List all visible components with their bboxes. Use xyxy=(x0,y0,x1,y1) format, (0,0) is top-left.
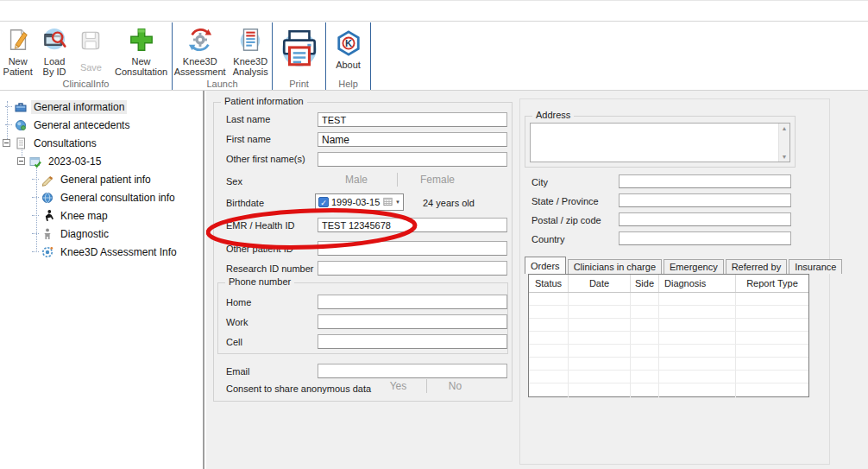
tree-item-label: 2023-03-15 xyxy=(46,155,104,168)
tree-item-general-information[interactable]: General information xyxy=(0,98,203,116)
address-textarea[interactable]: ▲ ▼ xyxy=(530,123,790,162)
table-row[interactable] xyxy=(529,306,808,319)
other-first-names-label: Other first name(s) xyxy=(226,154,305,164)
birthdate-picker[interactable]: ✓ 1999-03-15 ▼ xyxy=(315,193,404,211)
toolbar-group-clinicalinfo: New Patient Load By ID Save New xyxy=(0,22,173,90)
orders-table-header: Status Date Side Diagnosis Report Type xyxy=(529,275,808,293)
toolbar-group-label-clinicalinfo: ClinicalInfo xyxy=(0,79,172,89)
load-by-id-icon xyxy=(41,27,67,56)
tree-item-general-antecedents[interactable]: General antecedents xyxy=(0,116,203,134)
address-scrollbar[interactable]: ▲ ▼ xyxy=(778,124,789,162)
svg-text:K: K xyxy=(344,38,352,48)
tree-item-label: Diagnostic xyxy=(58,227,111,241)
new-consultation-button[interactable]: New Consultation xyxy=(110,25,172,79)
other-patient-id-input[interactable] xyxy=(318,241,507,256)
consent-yes-button[interactable]: Yes xyxy=(370,380,426,392)
address-group: Address ▲ ▼ xyxy=(525,116,796,168)
scroll-down-icon[interactable]: ▼ xyxy=(782,154,788,160)
consent-no-button[interactable]: No xyxy=(427,380,483,392)
email-input[interactable] xyxy=(318,364,507,378)
birthdate-label: Birthdate xyxy=(226,198,264,208)
knee3d-analysis-button[interactable]: Knee3D Analysis xyxy=(229,25,272,79)
table-row[interactable] xyxy=(529,358,808,371)
postal-zip-input[interactable] xyxy=(619,212,791,226)
first-name-input[interactable] xyxy=(318,132,507,147)
scroll-up-icon[interactable]: ▲ xyxy=(782,125,788,131)
new-consultation-icon xyxy=(129,27,154,56)
last-name-input[interactable] xyxy=(318,112,507,127)
phone-home-input[interactable] xyxy=(318,295,507,309)
phone-work-label: Work xyxy=(226,317,248,327)
column-header-report-type[interactable]: Report Type xyxy=(736,275,808,292)
tab-emergency[interactable]: Emergency xyxy=(664,259,724,274)
tree-item-consultations[interactable]: Consultations xyxy=(0,134,203,152)
country-input[interactable] xyxy=(619,231,791,245)
tree-item-consultation-2023-03-15[interactable]: 2023-03-15 xyxy=(0,152,203,170)
table-row[interactable] xyxy=(529,332,808,345)
knee3d-assessment-button[interactable]: Knee3D Assessment xyxy=(173,25,227,79)
main-content: Patient information Last name First name… xyxy=(206,91,868,469)
tree-item-label: General consultation info xyxy=(58,191,178,205)
tab-referred-by[interactable]: Referred by xyxy=(726,259,787,274)
collapse-toggle-icon[interactable] xyxy=(3,139,10,147)
globe-icon xyxy=(41,191,54,205)
sex-male-button[interactable]: Male xyxy=(318,174,395,186)
tree-item-knee-map[interactable]: Knee map xyxy=(0,206,203,225)
kneeling-person-icon xyxy=(41,209,54,223)
city-input[interactable] xyxy=(619,174,791,188)
phone-work-input[interactable] xyxy=(318,314,507,329)
load-by-id-button[interactable]: Load By ID xyxy=(37,25,71,79)
tree-item-label: Consultations xyxy=(31,136,99,150)
toolbar-group-help: K About Help xyxy=(326,22,371,90)
print-button[interactable] xyxy=(274,25,324,75)
table-row[interactable] xyxy=(529,345,808,358)
save-button[interactable]: Save xyxy=(73,25,109,74)
other-patient-id-label: Other patient ID xyxy=(226,244,293,254)
table-row[interactable] xyxy=(529,383,808,397)
new-patient-label-1: New xyxy=(9,56,28,67)
table-row[interactable] xyxy=(529,371,808,383)
tree-item-knee3d-assessment-info[interactable]: Knee3D Assessment Info xyxy=(0,243,203,261)
orders-table: Status Date Side Diagnosis Report Type xyxy=(528,274,809,397)
new-consultation-label-1: New xyxy=(132,56,151,67)
tree-item-label: Knee map xyxy=(58,209,110,223)
new-patient-button[interactable]: New Patient xyxy=(0,25,35,79)
about-button[interactable]: K About xyxy=(328,25,369,72)
knee3d-analysis-icon xyxy=(237,27,263,56)
briefcase-icon xyxy=(14,100,28,114)
person-icon xyxy=(41,227,54,241)
tab-insurance[interactable]: Insurance xyxy=(789,259,842,274)
new-patient-icon xyxy=(5,27,31,56)
other-first-names-input[interactable] xyxy=(318,152,507,167)
column-header-side[interactable]: Side xyxy=(631,275,659,292)
column-header-status[interactable]: Status xyxy=(529,275,569,292)
emr-health-id-input[interactable] xyxy=(318,218,507,232)
table-row[interactable] xyxy=(529,293,808,306)
orders-table-body xyxy=(529,293,808,397)
note-pencil-icon xyxy=(41,173,54,187)
research-id-input[interactable] xyxy=(318,261,507,276)
toolbar: New Patient Load By ID Save New xyxy=(0,22,868,91)
first-name-label: First name xyxy=(226,134,271,144)
tree-item-general-patient-info[interactable]: General patient info xyxy=(0,170,203,188)
email-label: Email xyxy=(226,366,250,377)
application-window: New Patient Load By ID Save New xyxy=(0,0,868,469)
tree-item-general-consultation-info[interactable]: General consultation info xyxy=(0,188,203,206)
knee3d-analysis-label-2: Analysis xyxy=(233,67,268,77)
phone-cell-input[interactable] xyxy=(318,334,507,349)
birthdate-checkbox[interactable]: ✓ xyxy=(318,197,329,207)
tab-clinicians-in-charge[interactable]: Clinicians in charge xyxy=(568,259,662,274)
state-province-input[interactable] xyxy=(619,193,791,207)
sex-female-button[interactable]: Female xyxy=(399,174,476,186)
research-id-label: Research ID number xyxy=(226,263,314,274)
calendar-icon[interactable] xyxy=(383,197,393,208)
column-header-date[interactable]: Date xyxy=(569,275,631,292)
birthdate-dropdown-icon[interactable]: ▼ xyxy=(395,200,400,205)
antecedents-globe-icon xyxy=(14,118,28,132)
collapse-toggle-icon[interactable] xyxy=(17,157,25,165)
tab-orders[interactable]: Orders xyxy=(525,257,566,274)
toolbar-spacer xyxy=(371,22,868,90)
table-row[interactable] xyxy=(529,319,808,332)
tree-item-diagnostic[interactable]: Diagnostic xyxy=(0,225,203,243)
column-header-diagnosis[interactable]: Diagnosis xyxy=(659,275,736,292)
